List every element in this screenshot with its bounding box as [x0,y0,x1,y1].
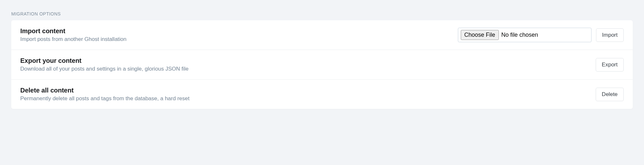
file-chosen-status: No file chosen [501,32,538,38]
export-content-title: Export your content [20,57,596,64]
export-content-controls: Export [596,58,624,72]
export-content-row: Export your content Download all of your… [11,50,633,80]
export-button[interactable]: Export [596,58,624,72]
migration-options-card: Import content Import posts from another… [11,20,633,109]
import-content-info: Import content Import posts from another… [20,27,458,43]
file-input[interactable]: Choose File No file chosen [458,28,592,42]
delete-button[interactable]: Delete [596,88,624,101]
delete-content-row: Delete all content Permanently delete al… [11,80,633,109]
import-content-description: Import posts from another Ghost installa… [20,36,458,43]
delete-content-info: Delete all content Permanently delete al… [20,87,596,102]
delete-content-controls: Delete [596,88,624,101]
choose-file-button[interactable]: Choose File [461,30,499,40]
import-content-title: Import content [20,27,458,35]
delete-content-title: Delete all content [20,87,596,94]
section-header: MIGRATION OPTIONS [11,11,633,16]
import-content-controls: Choose File No file chosen Import [458,28,624,42]
export-content-description: Download all of your posts and settings … [20,66,596,72]
import-content-row: Import content Import posts from another… [11,20,633,50]
delete-content-description: Permanently delete all posts and tags fr… [20,95,596,102]
import-button[interactable]: Import [596,28,624,42]
export-content-info: Export your content Download all of your… [20,57,596,72]
